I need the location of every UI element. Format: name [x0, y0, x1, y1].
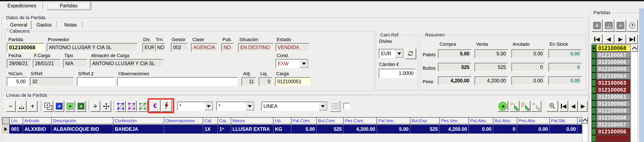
lineas-grid-row[interactable]: 001ALXXBIOALBARICOQUE BIOBANDEJA1X1ªLLUS…: [2, 125, 582, 133]
partida-input[interactable]: 012100068: [7, 43, 44, 52]
filter2-select[interactable]: *: [216, 102, 254, 111]
partida-list-item[interactable]: 012100056: [592, 128, 630, 135]
grid-vertical-scrollbar[interactable]: [582, 117, 588, 142]
grid-header-1[interactable]: Lín.: [10, 117, 23, 124]
partida-nav-next-button[interactable]: ▶: [615, 35, 626, 44]
partida-nav-last-button[interactable]: ▶: [627, 35, 638, 44]
gestor-field[interactable]: 002: [171, 43, 188, 52]
partida-list-item[interactable]: [592, 135, 630, 142]
apply-down-all-button[interactable]: ↓: [520, 101, 530, 112]
grid-header-14[interactable]: Bul.Exp.: [410, 117, 440, 124]
tipo-field[interactable]: N/A: [63, 59, 87, 68]
window-right-edge[interactable]: [640, 9, 644, 142]
add-dark-green-line-button[interactable]: +: [76, 101, 86, 112]
add-line-button[interactable]: +: [28, 101, 37, 112]
list-view-button[interactable]: [330, 101, 340, 112]
refresh-rate-button[interactable]: [405, 48, 416, 59]
sref-field[interactable]: 32: [30, 77, 74, 86]
liq-field[interactable]: 0: [258, 77, 272, 86]
partida-list-item[interactable]: 012100064: [592, 73, 630, 80]
tab-notas[interactable]: Notas: [60, 21, 80, 29]
grid-header-17[interactable]: Bul.Abo.: [493, 117, 517, 124]
fecha-field[interactable]: 29/06/21: [7, 59, 32, 68]
select-green-button[interactable]: [138, 101, 147, 112]
remove-line-button[interactable]: −: [6, 101, 16, 112]
grid-header-10[interactable]: Pal.Com.: [291, 117, 317, 124]
grid-header-18[interactable]: Pes.Abo: [517, 117, 550, 124]
grid-header-16[interactable]: Pal.Abo.: [469, 117, 493, 124]
tab-partidas[interactable]: Partidas: [46, 1, 91, 10]
partida-remove-button[interactable]: −: [615, 19, 626, 32]
pub-field[interactable]: NO: [221, 43, 234, 52]
filter1-dropdown-button[interactable]: [204, 102, 213, 110]
cond-dropdown-button[interactable]: [300, 60, 308, 68]
fcarga-field[interactable]: 26/01/21: [33, 59, 61, 68]
trn-field[interactable]: NO: [155, 43, 166, 52]
grid-header-6[interactable]: Cal.: [203, 117, 218, 124]
grid-header-19[interactable]: Pal.Stk.: [550, 117, 578, 124]
grid-header-15[interactable]: Pes.Ven.: [440, 117, 469, 124]
partida-list-item[interactable]: 012100067: [592, 52, 630, 58]
grid-header-11[interactable]: Bul.Com: [317, 117, 344, 124]
view-mode-dropdown-button[interactable]: [319, 102, 327, 110]
partida-list-item[interactable]: 012100059: [592, 107, 630, 114]
filter1-select[interactable]: *: [177, 102, 213, 111]
grid-header-3[interactable]: Descripción: [52, 117, 113, 124]
adj-field[interactable]: 11: [242, 77, 256, 86]
select-purple-button[interactable]: [127, 101, 136, 112]
partida-list-item[interactable]: 012100058: [592, 114, 630, 121]
distribute-line-button[interactable]: [102, 101, 111, 112]
tab-gastos[interactable]: Gastos: [34, 21, 54, 29]
partida-save-button[interactable]: ↓: [603, 19, 614, 32]
split-line-button[interactable]: ÷: [90, 101, 100, 112]
almacen-field[interactable]: ANTONIO LLUSAR Y CIA SL: [90, 59, 164, 68]
situacion-field[interactable]: EN DESTINO: [238, 43, 274, 52]
grid-header-9[interactable]: Ud.: [274, 117, 291, 124]
duplicate-line-button[interactable]: +: [44, 101, 53, 112]
partidas-scroll-up-button[interactable]: [631, 45, 638, 52]
grid-header-2[interactable]: Artículo: [23, 117, 52, 124]
grid-row-selector[interactable]: [2, 125, 10, 133]
zoom-button[interactable]: [546, 101, 558, 112]
grid-header-7[interactable]: Cat.: [218, 117, 231, 124]
tab-expediciones[interactable]: Expediciones: [2, 2, 41, 10]
sref2-input[interactable]: [77, 77, 115, 86]
clase-field[interactable]: AGENCIA: [191, 43, 218, 52]
partida-navigate-button[interactable]: [627, 19, 638, 32]
grid-header-20[interactable]: Bu: [578, 117, 582, 124]
view-mode-select[interactable]: LINEA: [261, 102, 328, 111]
divisa-dropdown-button[interactable]: [395, 49, 404, 58]
grid-header-12[interactable]: Pes.Com.: [344, 117, 377, 124]
grid-header-8[interactable]: Marca: [231, 117, 274, 124]
partida-list-item[interactable]: 012100061: [592, 93, 630, 100]
tab-general[interactable]: General: [6, 20, 32, 30]
partida-nav-prev-button[interactable]: ◀: [603, 35, 614, 44]
partida-add-button[interactable]: +: [592, 19, 602, 32]
cond-select[interactable]: EXW: [276, 59, 308, 68]
grid-nav-first-button[interactable]: ◀: [559, 101, 568, 112]
partida-list-item[interactable]: 012100063: [592, 80, 630, 86]
add-light-green-line-button[interactable]: +: [65, 101, 75, 112]
filter2-dropdown-button[interactable]: [246, 102, 254, 110]
apply-down-one-button[interactable]: ↓: [509, 101, 519, 112]
partida-list-item[interactable]: 012100062: [592, 86, 630, 93]
grid-header-5[interactable]: Observaciones: [164, 117, 203, 124]
save-lines-button[interactable]: ↓: [17, 101, 26, 112]
grid-header-4[interactable]: Confección: [113, 117, 164, 124]
divisa-select[interactable]: EUR: [379, 49, 404, 58]
pcom-input[interactable]: 5.00: [7, 77, 28, 86]
select-blue-button[interactable]: [116, 101, 126, 112]
partida-list-item[interactable]: 012100066: [592, 58, 630, 65]
back-refresh-button[interactable]: ◀: [498, 101, 508, 112]
partida-list-item[interactable]: 012100068: [592, 45, 630, 52]
partida-list-item[interactable]: 012100060: [592, 100, 630, 107]
carga-input[interactable]: 012100051: [275, 77, 310, 86]
grid-header-13[interactable]: Pal.Ven.: [377, 117, 410, 124]
grid-nav-next-button[interactable]: ▶: [578, 101, 587, 112]
estado-field[interactable]: VENDIDA: [276, 43, 310, 52]
div-field[interactable]: EUR: [142, 43, 154, 52]
add-blue-line-button[interactable]: +: [54, 101, 64, 112]
group-checkbox[interactable]: [344, 103, 350, 109]
grid-scroll-up-button[interactable]: [582, 117, 588, 123]
partida-list-item[interactable]: 012100065: [592, 65, 630, 73]
